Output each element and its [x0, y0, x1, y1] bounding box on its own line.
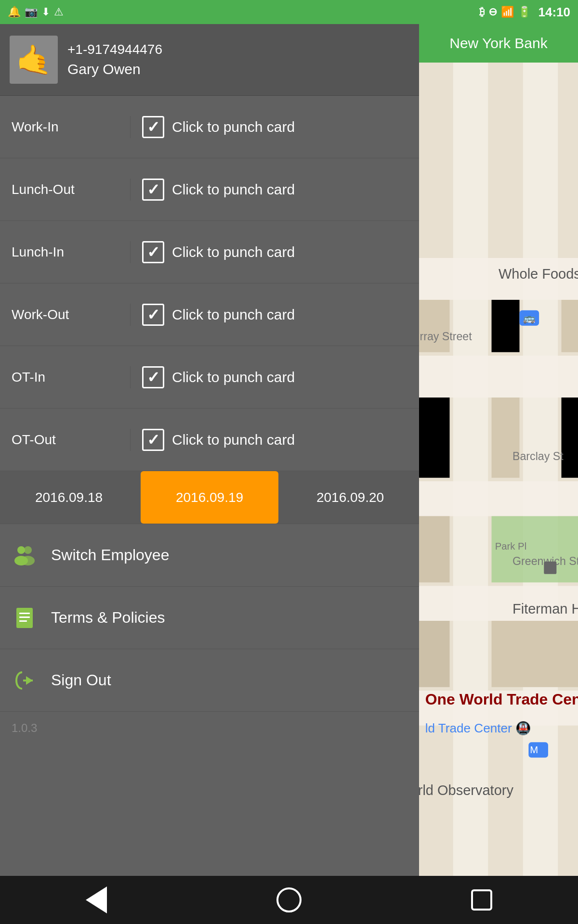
punch-text-lunch-out: Click to punch card: [172, 181, 295, 198]
svg-rect-17: [419, 300, 450, 352]
warning-icon: ⚠: [54, 6, 64, 18]
checkbox-work-out: [142, 304, 164, 326]
punch-label-work-out: Work-Out: [0, 307, 130, 322]
punch-label-ot-out: OT-Out: [0, 432, 130, 448]
checkbox-work-in: [142, 116, 164, 138]
switch-employee-item[interactable]: Switch Employee: [0, 524, 419, 587]
back-triangle-icon: [86, 886, 107, 913]
punch-row-lunch-in: Lunch-In Click to punch card: [0, 221, 419, 283]
svg-rect-26: [492, 621, 578, 687]
avatar: 🤙: [10, 36, 58, 84]
svg-text:M: M: [530, 744, 538, 755]
time-display: 14:10: [539, 5, 571, 20]
punch-text-lunch-in: Click to punch card: [172, 244, 295, 260]
switch-employee-icon: [12, 542, 38, 568]
terms-policies-item[interactable]: Terms & Policies: [0, 587, 419, 649]
nav-recent-button[interactable]: [462, 881, 501, 919]
user-phone: +1-9174944476: [67, 42, 162, 57]
svg-rect-16: [523, 63, 558, 900]
punch-action-lunch-out[interactable]: Click to punch card: [130, 179, 419, 201]
map-title: New York Bank: [449, 35, 547, 51]
svg-text:🚌: 🚌: [523, 312, 536, 324]
date-selector: 2016.09.18 2016.09.19 2016.09.20: [0, 471, 419, 524]
date-next-label: 2016.09.20: [316, 490, 384, 505]
svg-rect-18: [492, 300, 520, 352]
punch-text-ot-out: Click to punch card: [172, 432, 295, 448]
punch-rows: Work-In Click to punch card Lunch-Out Cl…: [0, 96, 419, 471]
terms-icon: [12, 605, 38, 631]
punch-text-work-out: Click to punch card: [172, 307, 295, 323]
svg-rect-38: [544, 562, 556, 574]
photo-icon: 📷: [25, 6, 38, 18]
checkbox-lunch-in: [142, 241, 164, 263]
svg-text:ld Trade Center 🚇: ld Trade Center 🚇: [425, 720, 531, 736]
user-name: Gary Owen: [67, 61, 162, 77]
home-circle-icon: [276, 887, 302, 912]
checkbox-ot-out: [142, 429, 164, 451]
user-info: +1-9174944476 Gary Owen: [67, 42, 162, 77]
wifi-icon: 📶: [501, 6, 514, 18]
punch-text-ot-in: Click to punch card: [172, 369, 295, 385]
date-next[interactable]: 2016.09.20: [281, 471, 419, 524]
battery-icon: 🔋: [518, 6, 531, 18]
svg-point-3: [21, 556, 35, 565]
svg-rect-20: [419, 398, 450, 478]
map-svg: Whole Foods Market Murray Street Barclay…: [419, 63, 578, 900]
punch-action-work-in[interactable]: Click to punch card: [130, 116, 419, 138]
date-current[interactable]: 2016.09.19: [141, 471, 278, 524]
map-area: New York Bank: [419, 24, 578, 900]
punch-action-lunch-in[interactable]: Click to punch card: [130, 241, 419, 263]
svg-rect-7: [19, 620, 27, 622]
punch-action-work-out[interactable]: Click to punch card: [130, 304, 419, 326]
recent-square-icon: [471, 889, 492, 911]
punch-label-work-in: Work-In: [0, 119, 130, 135]
punch-row-lunch-out: Lunch-Out Click to punch card: [0, 158, 419, 221]
status-icons-left: 🔔 📷 ⬇ ⚠: [8, 6, 64, 18]
map-body: Whole Foods Market Murray Street Barclay…: [419, 63, 578, 900]
version-display: 1.0.3: [0, 712, 419, 744]
punch-row-ot-out: OT-Out Click to punch card: [0, 409, 419, 471]
punch-row-work-in: Work-In Click to punch card: [0, 96, 419, 158]
svg-text:Park Pl: Park Pl: [495, 541, 526, 552]
punch-text-work-in: Click to punch card: [172, 119, 295, 135]
svg-text:Whole Foods Market: Whole Foods Market: [499, 267, 578, 282]
map-header: New York Bank: [419, 24, 578, 63]
avatar-emoji: 🤙: [16, 43, 52, 77]
sign-out-icon: [12, 667, 38, 693]
checkbox-lunch-out: [142, 179, 164, 201]
minus-circle-icon: ⊖: [488, 6, 497, 18]
svg-text:World Observatory: World Observatory: [419, 783, 513, 798]
svg-point-1: [24, 546, 32, 554]
svg-text:Fiterman H: Fiterman H: [512, 601, 578, 616]
terms-label: Terms & Policies: [51, 609, 165, 627]
svg-text:Barclay St: Barclay St: [512, 450, 564, 462]
status-bar: 🔔 📷 ⬇ ⚠ ₿ ⊖ 📶 🔋 14:10: [0, 0, 578, 24]
punch-label-lunch-in: Lunch-In: [0, 244, 130, 260]
punch-row-ot-in: OT-In Click to punch card: [0, 346, 419, 409]
date-prev[interactable]: 2016.09.18: [0, 471, 138, 524]
svg-rect-24: [419, 516, 450, 583]
svg-rect-21: [492, 398, 520, 478]
notification-icon: 🔔: [8, 6, 21, 18]
punch-action-ot-out[interactable]: Click to punch card: [130, 429, 419, 451]
punch-row-work-out: Work-Out Click to punch card: [0, 283, 419, 346]
nav-bar: [0, 876, 578, 924]
svg-point-0: [17, 546, 25, 554]
bluetooth-icon: ₿: [479, 6, 485, 18]
user-header: 🤙 +1-9174944476 Gary Owen: [0, 24, 419, 96]
download-icon: ⬇: [41, 6, 50, 18]
punch-label-ot-in: OT-In: [0, 370, 130, 385]
main-container: 🤙 +1-9174944476 Gary Owen Work-In Click …: [0, 24, 578, 900]
punch-action-ot-in[interactable]: Click to punch card: [130, 366, 419, 388]
sign-out-item[interactable]: Sign Out: [0, 649, 419, 712]
checkbox-ot-in: [142, 366, 164, 388]
date-current-label: 2016.09.19: [176, 490, 243, 505]
svg-rect-5: [19, 613, 30, 614]
nav-back-button[interactable]: [77, 881, 116, 919]
sign-out-label: Sign Out: [51, 671, 111, 689]
svg-rect-22: [562, 398, 578, 478]
nav-home-button[interactable]: [270, 881, 308, 919]
switch-employee-label: Switch Employee: [51, 546, 169, 564]
svg-text:One World Trade Center: One World Trade Center: [425, 691, 578, 708]
punch-label-lunch-out: Lunch-Out: [0, 182, 130, 197]
